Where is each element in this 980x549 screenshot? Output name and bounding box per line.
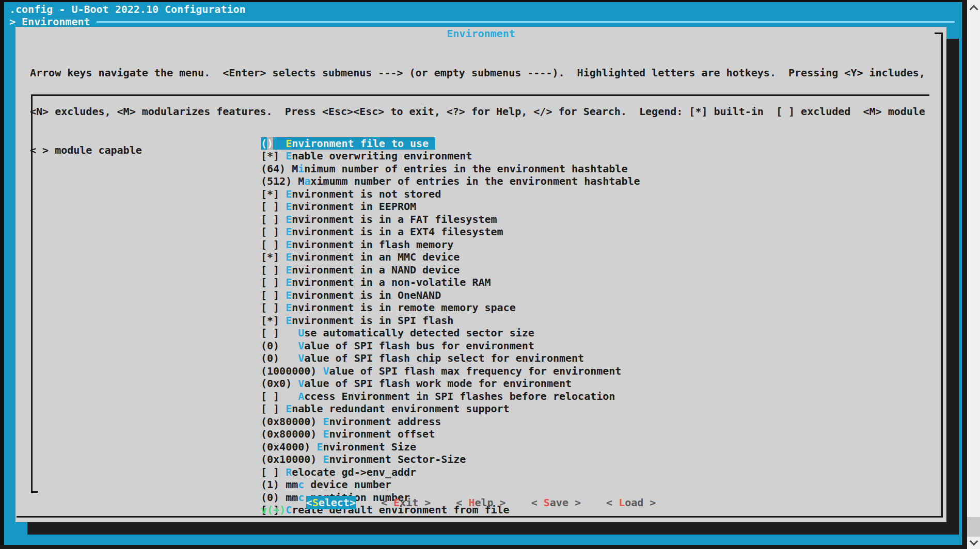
menu-item[interactable]: (64) Minimum number of entries in the en…: [261, 163, 627, 175]
menu-box-corner: [31, 491, 38, 493]
menu-item[interactable]: (0x0) Value of SPI flash work mode for e…: [261, 377, 572, 390]
menu-item[interactable]: () Environment file to use: [261, 137, 435, 150]
menu-item-prefix: (0): [261, 352, 298, 364]
menu-list: () Environment file to use[*] Enable ove…: [261, 99, 640, 516]
help-button[interactable]: < Help >: [456, 496, 505, 509]
scroll-up-icon[interactable]: [970, 5, 978, 14]
menu-item[interactable]: [*] Environment is not stored: [261, 188, 441, 201]
breadcrumb: > Environment: [9, 15, 90, 28]
menu-item-label: alue of SPI flash chip select for enviro…: [304, 352, 584, 364]
load-button[interactable]: < Load >: [606, 496, 656, 509]
menu-item-hotkey: E: [286, 251, 292, 263]
menu-item-hotkey: E: [286, 188, 292, 200]
menu-item-label: nvironment is in SPI flash: [292, 314, 453, 327]
menu-item-hotkey: E: [286, 213, 292, 225]
menu-item-label: elocate gd->env_addr: [292, 466, 416, 478]
menu-item[interactable]: (0) Value of SPI flash bus for environme…: [261, 340, 534, 352]
window-title: .config - U-Boot 2022.10 Configuration: [9, 3, 246, 15]
menu-item[interactable]: [*] Environment in an MMC device: [261, 251, 460, 264]
menu-item-hotkey: V: [298, 352, 304, 364]
menu-item[interactable]: (0) Value of SPI flash chip select for e…: [261, 352, 584, 365]
scrollbar[interactable]: [967, 0, 980, 549]
menu-item-prefix: (0x10000): [261, 453, 323, 465]
menu-item[interactable]: [ ] Environment in flash memory: [261, 238, 453, 251]
button-hotkey: L: [619, 496, 625, 509]
button-bracket: <: [456, 496, 468, 509]
menu-item-hotkey: U: [298, 327, 304, 339]
menu-item[interactable]: [ ] Access Environment in SPI flashes be…: [261, 390, 615, 403]
exit-button[interactable]: < Exit >: [381, 496, 431, 509]
menu-item-prefix: (1000000): [261, 365, 323, 377]
menu-item[interactable]: [ ] Environment in EEPROM: [261, 200, 416, 213]
menu-item[interactable]: (0x10000) Environment Sector-Size: [261, 453, 466, 466]
menu-item-hotkey: V: [298, 340, 304, 352]
menu-item-label: nable redundant environment support: [292, 402, 509, 415]
menu-item-label: nvironment is not stored: [292, 188, 441, 200]
menu-item[interactable]: [*] Enable overwriting environment: [261, 150, 472, 163]
menu-item[interactable]: [ ] Enable redundant environment support: [261, 402, 510, 415]
menu-item-prefix: (0x80000): [261, 428, 323, 440]
menu-item[interactable]: [ ] Use automatically detected sector si…: [261, 327, 534, 340]
menu-item-hotkey: E: [323, 428, 329, 440]
menu-item-prefix: [ ]: [261, 213, 286, 225]
menu-item-label: nvironment in an MMC device: [292, 251, 460, 263]
save-button[interactable]: < Save >: [531, 496, 581, 509]
menu-item[interactable]: [ ] Environment is in a EXT4 filesystem: [261, 225, 503, 238]
menu-item-label: nvironment address: [329, 415, 441, 428]
menu-item[interactable]: [ ] Environment is in remote memory spac…: [261, 301, 516, 314]
button-label: xit >: [400, 496, 431, 509]
menu-item-hotkey: E: [286, 238, 292, 251]
menu-item-label: nimum number of entries in the environme…: [304, 163, 627, 175]
window-edge: [0, 545, 962, 549]
menu-item-hotkey: E: [323, 453, 329, 465]
dialog-title: Environment: [15, 27, 946, 40]
menu-item-prefix: [ ]: [261, 390, 298, 402]
menu-item-label: alue of SPI flash bus for environment: [304, 340, 534, 352]
menu-item[interactable]: [ ] Environment in a non-volatile RAM: [261, 276, 491, 289]
button-hotkey: E: [393, 496, 400, 509]
menu-item-prefix: [ ]: [261, 276, 286, 288]
menu-item-label: ximumm number of entries in the environm…: [310, 175, 640, 187]
menu-item-label: nvironment Size: [323, 441, 416, 453]
menu-item-prefix: [ ]: [261, 327, 298, 339]
menu-item-hotkey: E: [286, 200, 292, 213]
menu-item-prefix: [*]: [261, 188, 286, 200]
menu-item[interactable]: (0x80000) Environment offset: [261, 428, 435, 441]
dialog-border-corner: [935, 33, 941, 34]
menu-item-hotkey: E: [286, 264, 292, 276]
menu-item[interactable]: (0x80000) Environment address: [261, 415, 441, 428]
menu-item[interactable]: (0x4000) Environment Size: [261, 441, 416, 454]
menu-item-prefix: (0): [261, 340, 298, 352]
menu-item-prefix: [*]: [261, 314, 286, 327]
menu-item[interactable]: [*] Environment is in SPI flash: [261, 314, 453, 327]
button-bracket: <: [531, 496, 544, 509]
menu-item-hotkey: E: [317, 441, 323, 453]
breadcrumb-rule: [97, 21, 955, 23]
button-bracket: <: [606, 496, 619, 509]
menu-item-label: ccess Environment in SPI flashes before …: [304, 390, 615, 402]
menu-item[interactable]: [ ] Relocate gd->env_addr: [261, 466, 416, 479]
cursor: ): [267, 137, 273, 150]
menu-item-hotkey: E: [286, 276, 292, 288]
menu-item-prefix: [ ]: [261, 466, 286, 478]
menu-item-label: nvironment is in a FAT filesystem: [292, 213, 497, 225]
menu-item-hotkey: A: [298, 390, 304, 402]
button-bracket: <: [306, 496, 312, 509]
select-button[interactable]: <Select>: [306, 496, 356, 509]
button-label: ave >: [550, 496, 581, 509]
menu-item[interactable]: [ ] Environment is in OneNAND: [261, 289, 441, 302]
menu-item[interactable]: [ ] Environment is in a FAT filesystem: [261, 213, 497, 226]
menu-item[interactable]: (512) Maximumm number of entries in the …: [261, 175, 640, 188]
menu-item-hotkey: a: [304, 175, 310, 187]
scroll-down-icon[interactable]: [970, 537, 978, 546]
menu-item-prefix: [*]: [261, 251, 286, 263]
instructions-line: Arrow keys navigate the menu. <Enter> se…: [30, 67, 925, 79]
menu-item-hotkey: i: [298, 163, 304, 175]
menu-item[interactable]: (1000000) Value of SPI flash max frequen…: [261, 365, 621, 378]
button-bracket: <: [381, 496, 393, 509]
menu-item[interactable]: [ ] Environment in a NAND device: [261, 264, 460, 277]
menu-item-prefix: [ ]: [261, 238, 286, 251]
scrollbar-thumb[interactable]: [967, 517, 980, 537]
menu-item-label: nable overwriting environment: [292, 150, 472, 162]
menu-item-hotkey: E: [286, 150, 292, 162]
